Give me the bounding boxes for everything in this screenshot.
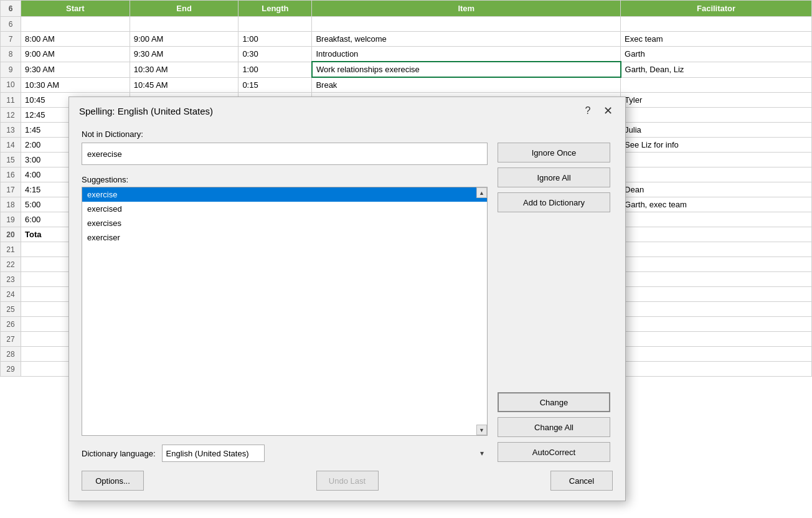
cell-facilitator[interactable]: Garth, exec team xyxy=(621,197,812,212)
table-row[interactable]: 6 xyxy=(1,17,812,32)
table-row[interactable]: 1010:30 AM10:45 AM0:15Break xyxy=(1,77,812,93)
not-in-dict-input[interactable] xyxy=(82,143,488,165)
dialog-close-button[interactable]: ✕ xyxy=(600,103,615,118)
cell-facilitator[interactable]: See Liz for info xyxy=(621,138,812,153)
suggestions-list[interactable]: exerciseexercisedexercisesexerciser xyxy=(82,187,487,435)
row-number: 22 xyxy=(1,257,21,272)
cell-start[interactable] xyxy=(21,17,130,32)
header-row: 6 Start End Length Item Facilitator xyxy=(1,1,812,17)
cell-end[interactable]: 10:30 AM xyxy=(130,62,238,77)
row-number: 13 xyxy=(1,123,21,138)
cell-facilitator[interactable] xyxy=(621,257,812,272)
cell-facilitator[interactable]: Exec team xyxy=(621,32,812,47)
dict-language-select[interactable]: English (United States) xyxy=(162,445,265,462)
cell-item[interactable]: Breakfast, welcome xyxy=(312,32,621,47)
not-in-dict-label: Not in Dictionary: xyxy=(82,130,613,139)
row-number: 17 xyxy=(1,182,21,197)
cancel-button[interactable]: Cancel xyxy=(550,471,613,491)
col-header-facilitator: Facilitator xyxy=(621,1,812,17)
cell-facilitator[interactable] xyxy=(621,242,812,257)
suggestion-item[interactable]: exercise xyxy=(82,187,487,202)
cell-facilitator[interactable] xyxy=(621,167,812,182)
table-row[interactable]: 99:30 AM10:30 AM1:00Work relationships e… xyxy=(1,62,812,77)
cell-length[interactable]: 1:00 xyxy=(238,32,312,47)
col-header-item: Item xyxy=(312,1,621,17)
cell-facilitator[interactable] xyxy=(621,227,812,242)
row-number: 21 xyxy=(1,242,21,257)
cell-start[interactable]: 8:00 AM xyxy=(21,32,130,47)
options-button[interactable]: Options... xyxy=(82,471,144,491)
scroll-up-button[interactable]: ▲ xyxy=(476,187,487,198)
dialog-titlebar: Spelling: English (United States) ? ✕ xyxy=(69,97,625,122)
scroll-down-button[interactable]: ▼ xyxy=(476,425,487,435)
cell-facilitator[interactable] xyxy=(621,362,812,377)
row-number: 23 xyxy=(1,272,21,287)
table-row[interactable]: 89:00 AM9:30 AM0:30IntroductionGarth xyxy=(1,47,812,62)
spacer xyxy=(498,217,613,387)
dialog-left: Suggestions: exerciseexercisedexercisese… xyxy=(82,143,488,462)
cell-end[interactable]: 9:00 AM xyxy=(130,32,238,47)
cell-facilitator[interactable]: Garth, Dean, Liz xyxy=(621,62,812,77)
cell-item[interactable]: Introduction xyxy=(312,47,621,62)
row-number: 6 xyxy=(1,17,21,32)
row-number: 9 xyxy=(1,62,21,77)
suggestion-item[interactable]: exerciser xyxy=(82,230,487,245)
cell-facilitator[interactable] xyxy=(621,77,812,93)
cell-end[interactable] xyxy=(130,17,238,32)
cell-item[interactable] xyxy=(312,17,621,32)
add-to-dictionary-button[interactable]: Add to Dictionary xyxy=(498,192,610,212)
cell-length[interactable]: 1:00 xyxy=(238,62,312,77)
cell-facilitator[interactable] xyxy=(621,212,812,227)
cell-item[interactable]: Break xyxy=(312,77,621,93)
cell-facilitator[interactable] xyxy=(621,287,812,302)
spelling-dialog: Spelling: English (United States) ? ✕ No… xyxy=(68,97,626,501)
dialog-title: Spelling: English (United States) xyxy=(79,106,213,116)
cell-start[interactable]: 10:30 AM xyxy=(21,77,130,93)
row-number: 18 xyxy=(1,197,21,212)
cell-facilitator[interactable] xyxy=(621,17,812,32)
row-number: 19 xyxy=(1,212,21,227)
ignore-all-button[interactable]: Ignore All xyxy=(498,167,610,187)
suggestion-item[interactable]: exercises xyxy=(82,216,487,230)
cell-facilitator[interactable]: Dean xyxy=(621,182,812,197)
cell-facilitator[interactable] xyxy=(621,347,812,362)
cell-facilitator[interactable] xyxy=(621,317,812,332)
change-all-button[interactable]: Change All xyxy=(498,417,610,437)
cell-length[interactable]: 0:15 xyxy=(238,77,312,93)
suggestion-item[interactable]: exercised xyxy=(82,202,487,216)
cell-facilitator[interactable] xyxy=(621,108,812,123)
cell-length[interactable]: 0:30 xyxy=(238,47,312,62)
col-header-length: Length xyxy=(238,1,312,17)
table-row[interactable]: 78:00 AM9:00 AM1:00Breakfast, welcomeExe… xyxy=(1,32,812,47)
row-number: 11 xyxy=(1,93,21,108)
row-number: 26 xyxy=(1,317,21,332)
cell-facilitator[interactable]: Tyler xyxy=(621,93,812,108)
row-number: 10 xyxy=(1,77,21,93)
row-number: 28 xyxy=(1,347,21,362)
cell-start[interactable]: 9:00 AM xyxy=(21,47,130,62)
cell-facilitator[interactable]: Garth xyxy=(621,47,812,62)
cell-end[interactable]: 10:45 AM xyxy=(130,77,238,93)
undo-last-button[interactable]: Undo Last xyxy=(316,471,379,491)
row-number: 8 xyxy=(1,47,21,62)
cell-facilitator[interactable] xyxy=(621,302,812,317)
cell-start[interactable]: 9:30 AM xyxy=(21,62,130,77)
dialog-title-buttons: ? ✕ xyxy=(580,103,615,118)
cell-facilitator[interactable] xyxy=(621,272,812,287)
row-number: 24 xyxy=(1,287,21,302)
cell-facilitator[interactable] xyxy=(621,332,812,347)
ignore-once-button[interactable]: Ignore Once xyxy=(498,143,610,162)
cell-facilitator[interactable] xyxy=(621,153,812,167)
change-button[interactable]: Change xyxy=(498,392,610,412)
cell-facilitator[interactable]: Julia xyxy=(621,123,812,138)
cell-item[interactable]: Work relationships exerecise xyxy=(312,62,621,77)
dialog-right: Ignore Once Ignore All Add to Dictionary… xyxy=(498,143,613,462)
dialog-help-button[interactable]: ? xyxy=(580,103,595,118)
cell-length[interactable] xyxy=(238,17,312,32)
dialog-body: Not in Dictionary: Suggestions: exercise… xyxy=(69,122,625,501)
dialog-bottom-buttons: Options... Undo Last Cancel xyxy=(82,471,613,491)
cell-end[interactable]: 9:30 AM xyxy=(130,47,238,62)
row-number: 16 xyxy=(1,167,21,182)
dict-language-select-wrapper: English (United States) xyxy=(162,445,488,462)
autocorrect-button[interactable]: AutoCorrect xyxy=(498,442,610,462)
